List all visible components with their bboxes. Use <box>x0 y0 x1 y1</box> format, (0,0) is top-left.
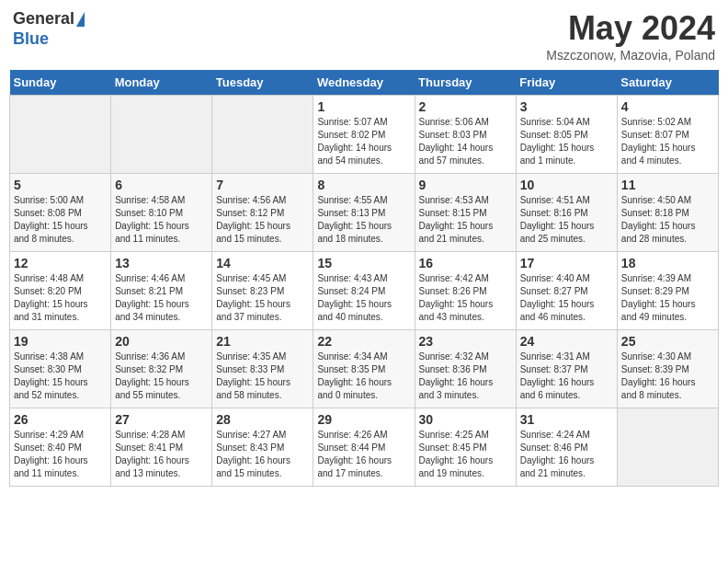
day-info: Sunrise: 4:58 AM Sunset: 8:10 PM Dayligh… <box>115 194 208 246</box>
day-info: Sunrise: 5:07 AM Sunset: 8:02 PM Dayligh… <box>317 116 410 167</box>
calendar-cell: 29Sunrise: 4:26 AM Sunset: 8:44 PM Dayli… <box>313 408 415 487</box>
day-info: Sunrise: 5:06 AM Sunset: 8:03 PM Dayligh… <box>419 116 512 167</box>
day-info: Sunrise: 4:55 AM Sunset: 8:13 PM Dayligh… <box>317 194 410 246</box>
col-header-saturday: Saturday <box>617 70 718 96</box>
day-info: Sunrise: 4:43 AM Sunset: 8:24 PM Dayligh… <box>317 272 410 324</box>
calendar-cell: 15Sunrise: 4:43 AM Sunset: 8:24 PM Dayli… <box>313 252 415 330</box>
calendar-cell: 6Sunrise: 4:58 AM Sunset: 8:10 PM Daylig… <box>111 174 212 252</box>
calendar-cell: 4Sunrise: 5:02 AM Sunset: 8:07 PM Daylig… <box>617 96 718 174</box>
day-number: 9 <box>419 178 512 192</box>
col-header-sunday: Sunday <box>10 70 111 96</box>
logo-text: General <box>13 9 74 29</box>
day-info: Sunrise: 4:30 AM Sunset: 8:39 PM Dayligh… <box>621 350 714 402</box>
day-info: Sunrise: 4:51 AM Sunset: 8:16 PM Dayligh… <box>520 194 613 246</box>
calendar-cell: 30Sunrise: 4:25 AM Sunset: 8:45 PM Dayli… <box>415 408 516 487</box>
day-number: 27 <box>115 412 208 427</box>
day-info: Sunrise: 4:24 AM Sunset: 8:46 PM Dayligh… <box>520 429 613 480</box>
col-header-tuesday: Tuesday <box>212 70 313 96</box>
logo-triangle-icon <box>76 12 85 27</box>
day-info: Sunrise: 4:39 AM Sunset: 8:29 PM Dayligh… <box>621 272 714 324</box>
day-info: Sunrise: 4:46 AM Sunset: 8:21 PM Dayligh… <box>115 272 208 324</box>
calendar-cell: 23Sunrise: 4:32 AM Sunset: 8:36 PM Dayli… <box>415 330 516 408</box>
calendar-cell: 25Sunrise: 4:30 AM Sunset: 8:39 PM Dayli… <box>617 330 718 408</box>
calendar-cell: 12Sunrise: 4:48 AM Sunset: 8:20 PM Dayli… <box>10 252 111 330</box>
day-info: Sunrise: 4:53 AM Sunset: 8:15 PM Dayligh… <box>419 194 512 246</box>
day-number: 29 <box>317 412 410 427</box>
day-info: Sunrise: 4:25 AM Sunset: 8:45 PM Dayligh… <box>419 429 512 480</box>
logo: General Blue <box>13 9 85 49</box>
calendar-cell: 16Sunrise: 4:42 AM Sunset: 8:26 PM Dayli… <box>415 252 516 330</box>
day-info: Sunrise: 4:28 AM Sunset: 8:41 PM Dayligh… <box>115 429 208 480</box>
day-info: Sunrise: 4:26 AM Sunset: 8:44 PM Dayligh… <box>317 429 410 480</box>
calendar-cell <box>111 96 212 174</box>
page-header: General Blue May 2024 Mszczonow, Mazovia… <box>9 9 719 63</box>
calendar-cell: 13Sunrise: 4:46 AM Sunset: 8:21 PM Dayli… <box>111 252 212 330</box>
day-info: Sunrise: 4:32 AM Sunset: 8:36 PM Dayligh… <box>419 350 512 402</box>
day-info: Sunrise: 4:48 AM Sunset: 8:20 PM Dayligh… <box>14 272 107 324</box>
day-number: 1 <box>317 99 410 114</box>
day-number: 11 <box>621 178 714 192</box>
calendar-cell: 1Sunrise: 5:07 AM Sunset: 8:02 PM Daylig… <box>313 96 415 174</box>
logo-blue-text: Blue <box>13 29 49 50</box>
day-number: 14 <box>216 256 309 270</box>
day-number: 31 <box>520 412 613 427</box>
day-info: Sunrise: 4:42 AM Sunset: 8:26 PM Dayligh… <box>419 272 512 324</box>
calendar-location: Mszczonow, Mazovia, Poland <box>546 48 715 63</box>
calendar-cell: 26Sunrise: 4:29 AM Sunset: 8:40 PM Dayli… <box>10 408 111 487</box>
day-info: Sunrise: 4:35 AM Sunset: 8:33 PM Dayligh… <box>216 350 309 402</box>
day-info: Sunrise: 4:31 AM Sunset: 8:37 PM Dayligh… <box>520 350 613 402</box>
calendar-cell: 14Sunrise: 4:45 AM Sunset: 8:23 PM Dayli… <box>212 252 313 330</box>
calendar-cell: 27Sunrise: 4:28 AM Sunset: 8:41 PM Dayli… <box>111 408 212 487</box>
day-number: 19 <box>14 334 107 349</box>
day-number: 2 <box>419 99 512 114</box>
day-info: Sunrise: 4:45 AM Sunset: 8:23 PM Dayligh… <box>216 272 309 324</box>
calendar-cell <box>617 408 718 487</box>
calendar-title: May 2024 <box>546 9 715 48</box>
day-number: 12 <box>14 256 107 270</box>
day-number: 10 <box>520 178 613 192</box>
day-number: 4 <box>621 99 714 114</box>
day-number: 7 <box>216 178 309 192</box>
day-info: Sunrise: 5:04 AM Sunset: 8:05 PM Dayligh… <box>520 116 613 167</box>
calendar-cell: 2Sunrise: 5:06 AM Sunset: 8:03 PM Daylig… <box>415 96 516 174</box>
calendar-cell: 22Sunrise: 4:34 AM Sunset: 8:35 PM Dayli… <box>313 330 415 408</box>
calendar-week-row: 12Sunrise: 4:48 AM Sunset: 8:20 PM Dayli… <box>10 252 719 330</box>
day-number: 30 <box>419 412 512 427</box>
day-number: 25 <box>621 334 714 349</box>
day-number: 20 <box>115 334 208 349</box>
calendar-cell: 20Sunrise: 4:36 AM Sunset: 8:32 PM Dayli… <box>111 330 212 408</box>
calendar-week-row: 26Sunrise: 4:29 AM Sunset: 8:40 PM Dayli… <box>10 408 719 487</box>
calendar-cell: 31Sunrise: 4:24 AM Sunset: 8:46 PM Dayli… <box>516 408 617 487</box>
title-block: May 2024 Mszczonow, Mazovia, Poland <box>546 9 715 63</box>
calendar-table: SundayMondayTuesdayWednesdayThursdayFrid… <box>9 70 719 487</box>
day-number: 8 <box>317 178 410 192</box>
calendar-week-row: 19Sunrise: 4:38 AM Sunset: 8:30 PM Dayli… <box>10 330 719 408</box>
col-header-wednesday: Wednesday <box>313 70 415 96</box>
day-info: Sunrise: 5:02 AM Sunset: 8:07 PM Dayligh… <box>621 116 714 167</box>
day-number: 3 <box>520 99 613 114</box>
calendar-cell: 18Sunrise: 4:39 AM Sunset: 8:29 PM Dayli… <box>617 252 718 330</box>
day-number: 16 <box>419 256 512 270</box>
calendar-cell: 5Sunrise: 5:00 AM Sunset: 8:08 PM Daylig… <box>10 174 111 252</box>
calendar-cell: 17Sunrise: 4:40 AM Sunset: 8:27 PM Dayli… <box>516 252 617 330</box>
day-number: 21 <box>216 334 309 349</box>
day-info: Sunrise: 4:29 AM Sunset: 8:40 PM Dayligh… <box>14 429 107 480</box>
day-info: Sunrise: 4:38 AM Sunset: 8:30 PM Dayligh… <box>14 350 107 402</box>
day-number: 18 <box>621 256 714 270</box>
calendar-cell: 21Sunrise: 4:35 AM Sunset: 8:33 PM Dayli… <box>212 330 313 408</box>
col-header-friday: Friday <box>516 70 617 96</box>
day-number: 24 <box>520 334 613 349</box>
calendar-header-row: SundayMondayTuesdayWednesdayThursdayFrid… <box>10 70 719 96</box>
day-number: 23 <box>419 334 512 349</box>
calendar-cell: 19Sunrise: 4:38 AM Sunset: 8:30 PM Dayli… <box>10 330 111 408</box>
calendar-cell: 28Sunrise: 4:27 AM Sunset: 8:43 PM Dayli… <box>212 408 313 487</box>
calendar-cell: 11Sunrise: 4:50 AM Sunset: 8:18 PM Dayli… <box>617 174 718 252</box>
day-number: 15 <box>317 256 410 270</box>
calendar-cell: 3Sunrise: 5:04 AM Sunset: 8:05 PM Daylig… <box>516 96 617 174</box>
col-header-monday: Monday <box>111 70 212 96</box>
calendar-cell: 8Sunrise: 4:55 AM Sunset: 8:13 PM Daylig… <box>313 174 415 252</box>
day-number: 5 <box>14 178 107 192</box>
day-number: 28 <box>216 412 309 427</box>
day-info: Sunrise: 4:36 AM Sunset: 8:32 PM Dayligh… <box>115 350 208 402</box>
calendar-cell: 9Sunrise: 4:53 AM Sunset: 8:15 PM Daylig… <box>415 174 516 252</box>
